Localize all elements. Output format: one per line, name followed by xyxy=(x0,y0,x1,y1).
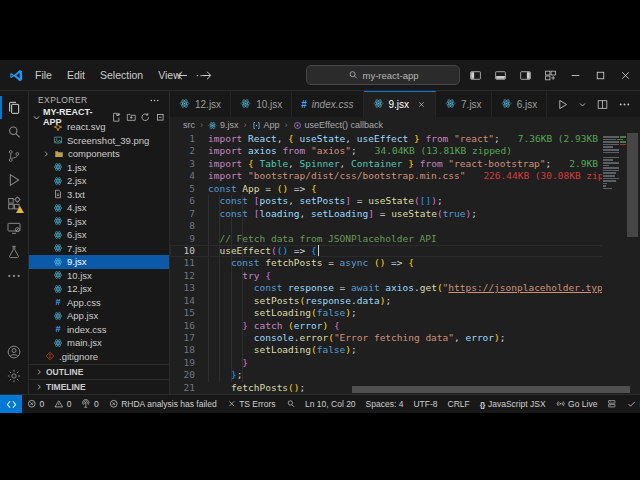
status-server[interactable] xyxy=(602,395,622,413)
status-cursor-position[interactable]: Ln 10, Col 20 xyxy=(300,395,361,413)
tab-7.jsx[interactable]: 7.jsx xyxy=(436,91,492,117)
activity-extensions[interactable] xyxy=(0,192,28,215)
code-editor[interactable]: 1import React, { useState, useEffect } f… xyxy=(170,133,640,394)
tab-9.jsx[interactable]: 9.jsx xyxy=(364,91,437,117)
minimap-code xyxy=(603,157,619,159)
file-item-3.txt[interactable]: 3.txt xyxy=(29,188,169,202)
activity-source-control[interactable] xyxy=(0,144,28,167)
activity-remote-explorer[interactable] xyxy=(0,216,28,239)
toggle-panel-icon[interactable] xyxy=(488,60,513,90)
status-eol[interactable]: CRLF xyxy=(443,395,475,413)
breadcrumb-item-1[interactable]: src xyxy=(183,120,195,130)
run-dropdown-icon[interactable] xyxy=(578,100,587,109)
line-number: 1 xyxy=(170,133,208,145)
menu-item-selection[interactable]: Selection xyxy=(93,67,150,83)
tab-index.css[interactable]: #index.css xyxy=(292,91,363,117)
more-actions-icon[interactable] xyxy=(618,98,631,111)
line-content: }; xyxy=(208,369,242,381)
status-ports[interactable]: 0 xyxy=(76,395,103,413)
activity-explorer[interactable] xyxy=(0,96,28,119)
minimap-line xyxy=(603,183,626,185)
split-editor-icon[interactable] xyxy=(596,98,609,111)
status-go-live[interactable]: Go Live xyxy=(551,395,603,413)
file-item-Screenshot_39.png[interactable]: Screenshot_39.png xyxy=(29,134,169,148)
customize-layout-icon[interactable] xyxy=(538,60,563,90)
remote-indicator[interactable] xyxy=(0,395,22,413)
status-screencast[interactable] xyxy=(281,395,301,413)
close-tab-icon[interactable] xyxy=(417,100,426,109)
folder-item-components[interactable]: components xyxy=(29,147,169,161)
menu-item-file[interactable]: File xyxy=(28,67,59,83)
maximize-icon[interactable] xyxy=(588,60,613,90)
file-item-.gitignore[interactable]: .gitignore xyxy=(29,350,169,364)
activity-more-views[interactable] xyxy=(0,264,28,287)
breadcrumb-item-3[interactable]: App xyxy=(252,120,280,130)
status-indentation[interactable]: Spaces: 4 xyxy=(361,395,409,413)
file-item-5.jsx[interactable]: 5.jsx xyxy=(29,215,169,229)
status-ts-errors[interactable]: TS Errors xyxy=(222,395,281,413)
activity-search[interactable] xyxy=(0,120,28,143)
breadcrumb-item-2[interactable]: 9.jsx xyxy=(208,120,239,130)
chevron-right-icon xyxy=(35,383,43,391)
activity-run-debug[interactable] xyxy=(0,168,28,191)
status-warnings[interactable]: 0 xyxy=(49,395,76,413)
line-number: 3 xyxy=(170,158,208,170)
react-file-icon xyxy=(53,243,63,253)
breadcrumb-item-4[interactable]: useEffect() callback xyxy=(293,120,383,130)
vertical-scrollbar[interactable] xyxy=(626,133,640,394)
minimap[interactable] xyxy=(602,133,626,394)
line-content: setLoading(false); xyxy=(208,307,357,319)
line-number: 19 xyxy=(170,357,208,369)
file-item-main.jsx[interactable]: main.jsx xyxy=(29,336,169,350)
status-language-mode[interactable]: {}JavaScript JSX xyxy=(475,395,551,413)
activity-accounts[interactable] xyxy=(0,340,28,363)
file-item-9.jsx[interactable]: 9.jsx xyxy=(29,255,169,269)
status-errors[interactable]: 0 xyxy=(22,395,49,413)
tab-10.jsx[interactable]: 10.jsx xyxy=(231,91,292,117)
new-file-icon[interactable] xyxy=(111,112,122,123)
status-rhda[interactable]: RHDA analysis has failed xyxy=(104,395,222,413)
file-item-4.jsx[interactable]: 4.jsx xyxy=(29,201,169,215)
run-file-icon[interactable] xyxy=(556,98,569,111)
activity-testing[interactable] xyxy=(0,240,28,263)
file-item-2.jsx[interactable]: 2.jsx xyxy=(29,174,169,188)
refresh-icon[interactable] xyxy=(140,112,151,123)
tab-12.jsx[interactable]: 12.jsx xyxy=(170,91,231,117)
explorer-more-icon[interactable] xyxy=(149,95,160,106)
command-center-search[interactable]: my-react-app xyxy=(306,65,460,85)
collapse-all-icon[interactable] xyxy=(155,112,166,123)
project-section-header[interactable]: MY-REACT-APP xyxy=(29,109,169,125)
activity-settings[interactable] xyxy=(0,364,28,387)
toggle-sidebar-icon[interactable] xyxy=(463,60,488,90)
file-item-10.jsx[interactable]: 10.jsx xyxy=(29,269,169,283)
file-tree: react.svgScreenshot_39.pngcomponents1.js… xyxy=(29,125,169,364)
file-label: 1.jsx xyxy=(67,162,87,173)
vertical-scrollbar-thumb[interactable] xyxy=(627,133,638,237)
git-icon xyxy=(6,148,22,164)
status-encoding[interactable]: UTF-8 xyxy=(408,395,442,413)
explorer-sidebar: EXPLORER MY-REACT-APP react.svgScreensho… xyxy=(29,91,170,394)
minimize-icon[interactable] xyxy=(563,60,588,90)
file-item-App.css[interactable]: #App.css xyxy=(29,296,169,310)
minimap-code xyxy=(603,159,613,161)
file-item-7.jsx[interactable]: 7.jsx xyxy=(29,242,169,256)
menu-item-edit[interactable]: Edit xyxy=(60,67,92,83)
file-item-react.svg[interactable]: react.svg xyxy=(29,125,169,134)
tab-6.jsx[interactable]: 6.jsx xyxy=(492,91,548,117)
status-prettier[interactable]: Prettier xyxy=(622,395,640,413)
new-folder-icon[interactable] xyxy=(126,112,137,123)
file-item-6.jsx[interactable]: 6.jsx xyxy=(29,228,169,242)
file-item-index.css[interactable]: #index.css xyxy=(29,323,169,337)
file-item-12.jsx[interactable]: 12.jsx xyxy=(29,282,169,296)
explorer-actions xyxy=(111,112,165,123)
back-arrow-icon[interactable] xyxy=(176,69,189,82)
toggle-secondary-sidebar-icon[interactable] xyxy=(513,60,538,90)
file-item-1.jsx[interactable]: 1.jsx xyxy=(29,161,169,175)
forward-arrow-icon[interactable] xyxy=(200,69,213,82)
outline-section[interactable]: OUTLINE xyxy=(29,364,169,379)
file-item-App.jsx[interactable]: App.jsx xyxy=(29,309,169,323)
close-icon[interactable] xyxy=(613,60,638,90)
outline-label: OUTLINE xyxy=(46,367,83,377)
timeline-section[interactable]: TIMELINE xyxy=(29,379,169,394)
horizontal-scrollbar-thumb[interactable] xyxy=(352,386,630,393)
